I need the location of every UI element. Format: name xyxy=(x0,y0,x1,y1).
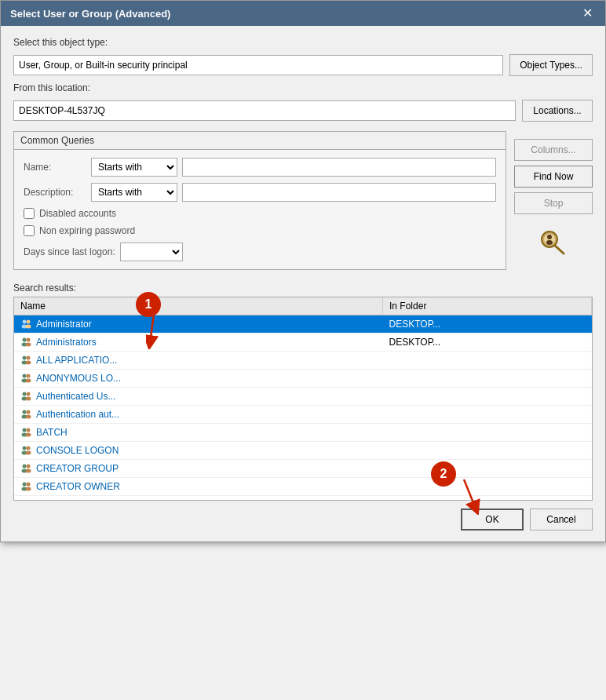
svg-point-11 xyxy=(27,338,31,342)
name-query-input[interactable] xyxy=(182,158,496,177)
non-expiring-checkbox[interactable] xyxy=(24,225,35,236)
folder-cell xyxy=(383,424,592,442)
results-table: Name In Folder AdministratorDESKTOP...Ad… xyxy=(14,297,592,501)
name-cell: CONSOLE LOGON xyxy=(14,442,383,460)
locations-button[interactable]: Locations... xyxy=(522,100,593,122)
row-name-text: CREATOR OWNER xyxy=(36,481,120,492)
title-bar: Select User or Group (Advanced) ✕ xyxy=(1,1,605,26)
table-row[interactable]: ANONYMOUS LO... xyxy=(14,370,592,388)
object-types-button[interactable]: Object Types... xyxy=(509,54,593,76)
folder-cell: DESKTOP... xyxy=(383,315,592,334)
col-name: Name xyxy=(14,297,383,315)
user-icon xyxy=(20,390,33,403)
name-cell: CREATOR GROUP xyxy=(14,460,383,478)
name-cell: Administrator xyxy=(14,315,383,334)
dialog-title: Select User or Group (Advanced) xyxy=(10,8,170,20)
object-type-label: Select this object type: xyxy=(13,37,593,48)
results-area: Name In Folder AdministratorDESKTOP...Ad… xyxy=(13,297,593,501)
name-cell: ALL APPLICATIO... xyxy=(14,352,383,370)
location-input[interactable] xyxy=(13,100,516,121)
columns-button[interactable]: Columns... xyxy=(514,139,593,161)
disabled-accounts-row: Disabled accounts xyxy=(24,208,496,219)
user-icon xyxy=(20,480,33,493)
row-name-text: CREATOR GROUP xyxy=(36,463,119,474)
name-query-row: Name: Starts with xyxy=(24,158,496,177)
table-row[interactable]: Authentication aut... xyxy=(14,406,592,424)
name-cell: Authenticated Us... xyxy=(14,388,383,406)
name-cell: Authentication aut... xyxy=(14,406,383,424)
row-name-text: Administrators xyxy=(36,337,97,348)
search-icon xyxy=(534,225,573,257)
table-row[interactable]: AdministratorsDESKTOP... xyxy=(14,334,592,352)
folder-cell xyxy=(383,388,592,406)
results-tbody: AdministratorDESKTOP...AdministratorsDES… xyxy=(14,315,592,501)
name-cell: BATCH xyxy=(14,424,383,442)
svg-point-29 xyxy=(23,428,27,432)
table-row[interactable]: ALL APPLICATIO... xyxy=(14,352,592,370)
svg-point-31 xyxy=(27,428,31,432)
svg-point-28 xyxy=(26,415,31,419)
table-row[interactable]: AdministratorDESKTOP... xyxy=(14,315,592,334)
folder-cell xyxy=(383,442,592,460)
user-icon xyxy=(20,426,33,439)
description-query-input[interactable] xyxy=(182,183,496,202)
main-area: Common Queries Name: Starts with De xyxy=(13,128,593,270)
description-query-row: Description: Starts with xyxy=(24,183,496,202)
search-results-label: Search results: xyxy=(13,283,593,293)
svg-point-35 xyxy=(27,447,31,450)
object-type-row: Object Types... xyxy=(13,54,593,76)
annotation-circle-1: 1 xyxy=(136,292,161,317)
folder-cell: DESKTOP... xyxy=(383,334,592,352)
folder-cell xyxy=(383,352,592,370)
panel-title: Common Queries xyxy=(14,132,506,150)
description-filter-dropdown[interactable]: Starts with xyxy=(91,183,177,202)
right-buttons: Columns... Find Now Stop xyxy=(514,128,593,257)
name-query-label: Name: xyxy=(24,162,86,173)
svg-point-36 xyxy=(26,451,31,455)
svg-point-17 xyxy=(23,374,27,378)
table-row[interactable]: CREATOR GROUP xyxy=(14,460,592,478)
common-queries-panel: Common Queries Name: Starts with De xyxy=(13,131,506,270)
table-row[interactable]: Authenticated Us... xyxy=(14,388,592,406)
stop-button[interactable]: Stop xyxy=(514,192,593,214)
disabled-accounts-checkbox[interactable] xyxy=(24,208,35,219)
svg-point-44 xyxy=(26,487,31,491)
svg-point-21 xyxy=(23,392,27,396)
svg-point-43 xyxy=(27,483,31,487)
svg-point-20 xyxy=(26,379,31,383)
name-cell: ANONYMOUS LO... xyxy=(14,370,383,388)
folder-cell xyxy=(383,460,592,478)
close-button[interactable]: ✕ xyxy=(579,7,596,20)
days-dropdown[interactable] xyxy=(120,242,183,261)
user-icon xyxy=(20,462,33,475)
table-row[interactable]: CREATOR OWNER xyxy=(14,478,592,496)
svg-point-19 xyxy=(27,374,31,378)
user-icon xyxy=(20,354,33,366)
ok-button[interactable]: OK xyxy=(461,509,524,530)
row-name-text: Authentication aut... xyxy=(36,409,119,420)
row-name-text: Administrator xyxy=(36,319,92,330)
table-row[interactable]: CONSOLE LOGON xyxy=(14,442,592,460)
annotation-circle-2: 2 xyxy=(431,461,456,487)
svg-point-3 xyxy=(547,235,552,239)
svg-point-39 xyxy=(27,465,31,468)
svg-point-23 xyxy=(27,392,31,396)
find-now-button[interactable]: Find Now xyxy=(514,166,593,188)
name-cell: CREATOR OWNER xyxy=(14,478,383,496)
location-row: Locations... xyxy=(13,100,593,122)
dialog: Select User or Group (Advanced) ✕ Select… xyxy=(0,0,606,542)
object-type-input[interactable] xyxy=(13,55,503,75)
folder-cell xyxy=(383,370,592,388)
footer-area: 2 OK Cancel xyxy=(1,501,605,541)
svg-point-12 xyxy=(26,343,31,347)
non-expiring-label: Non expiring password xyxy=(39,225,135,236)
user-icon xyxy=(20,372,33,385)
cancel-button[interactable]: Cancel xyxy=(530,509,593,530)
days-label: Days since last logon: xyxy=(24,246,115,257)
svg-point-32 xyxy=(26,433,31,437)
results-table-container[interactable]: Name In Folder AdministratorDESKTOP...Ad… xyxy=(13,297,593,501)
name-filter-dropdown[interactable]: Starts with xyxy=(91,158,177,177)
svg-point-40 xyxy=(26,469,31,473)
table-row[interactable]: BATCH xyxy=(14,424,592,442)
svg-point-7 xyxy=(27,320,31,324)
